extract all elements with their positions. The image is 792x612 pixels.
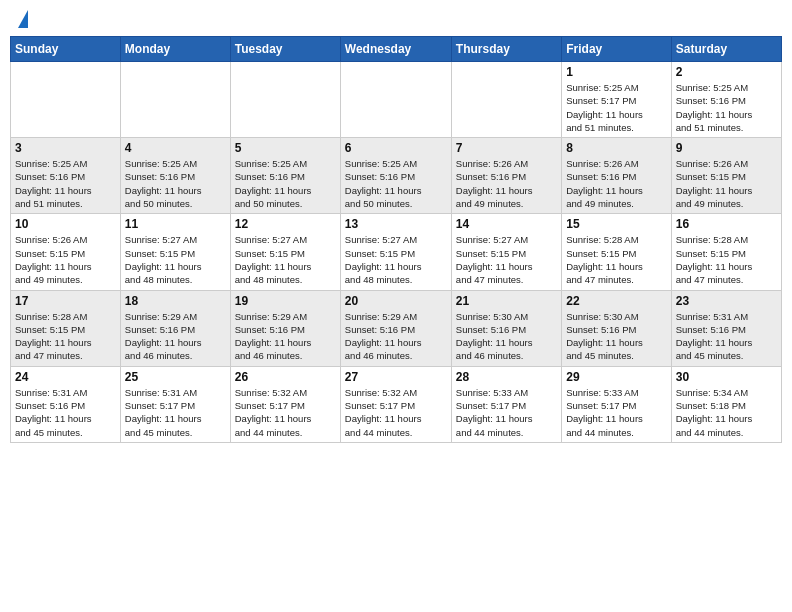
day-number: 21	[456, 294, 557, 308]
day-info: Sunrise: 5:31 AM Sunset: 5:17 PM Dayligh…	[125, 386, 226, 439]
calendar-header-tuesday: Tuesday	[230, 37, 340, 62]
day-number: 25	[125, 370, 226, 384]
day-number: 22	[566, 294, 666, 308]
day-info: Sunrise: 5:29 AM Sunset: 5:16 PM Dayligh…	[235, 310, 336, 363]
calendar-cell: 3Sunrise: 5:25 AM Sunset: 5:16 PM Daylig…	[11, 138, 121, 214]
day-info: Sunrise: 5:27 AM Sunset: 5:15 PM Dayligh…	[235, 233, 336, 286]
day-number: 1	[566, 65, 666, 79]
day-info: Sunrise: 5:30 AM Sunset: 5:16 PM Dayligh…	[566, 310, 666, 363]
calendar-cell: 14Sunrise: 5:27 AM Sunset: 5:15 PM Dayli…	[451, 214, 561, 290]
calendar-cell	[451, 62, 561, 138]
calendar-cell: 11Sunrise: 5:27 AM Sunset: 5:15 PM Dayli…	[120, 214, 230, 290]
day-number: 5	[235, 141, 336, 155]
day-info: Sunrise: 5:27 AM Sunset: 5:15 PM Dayligh…	[456, 233, 557, 286]
day-number: 29	[566, 370, 666, 384]
day-info: Sunrise: 5:32 AM Sunset: 5:17 PM Dayligh…	[345, 386, 447, 439]
day-info: Sunrise: 5:26 AM Sunset: 5:16 PM Dayligh…	[566, 157, 666, 210]
day-number: 7	[456, 141, 557, 155]
day-info: Sunrise: 5:29 AM Sunset: 5:16 PM Dayligh…	[345, 310, 447, 363]
calendar-cell: 24Sunrise: 5:31 AM Sunset: 5:16 PM Dayli…	[11, 366, 121, 442]
calendar-header-sunday: Sunday	[11, 37, 121, 62]
day-info: Sunrise: 5:29 AM Sunset: 5:16 PM Dayligh…	[125, 310, 226, 363]
day-number: 14	[456, 217, 557, 231]
day-number: 26	[235, 370, 336, 384]
day-number: 12	[235, 217, 336, 231]
day-info: Sunrise: 5:25 AM Sunset: 5:16 PM Dayligh…	[676, 81, 777, 134]
day-info: Sunrise: 5:25 AM Sunset: 5:16 PM Dayligh…	[15, 157, 116, 210]
calendar-cell: 10Sunrise: 5:26 AM Sunset: 5:15 PM Dayli…	[11, 214, 121, 290]
day-info: Sunrise: 5:34 AM Sunset: 5:18 PM Dayligh…	[676, 386, 777, 439]
calendar-cell: 4Sunrise: 5:25 AM Sunset: 5:16 PM Daylig…	[120, 138, 230, 214]
calendar-cell: 21Sunrise: 5:30 AM Sunset: 5:16 PM Dayli…	[451, 290, 561, 366]
calendar-cell: 19Sunrise: 5:29 AM Sunset: 5:16 PM Dayli…	[230, 290, 340, 366]
calendar-cell: 22Sunrise: 5:30 AM Sunset: 5:16 PM Dayli…	[562, 290, 671, 366]
calendar-cell: 29Sunrise: 5:33 AM Sunset: 5:17 PM Dayli…	[562, 366, 671, 442]
day-info: Sunrise: 5:33 AM Sunset: 5:17 PM Dayligh…	[566, 386, 666, 439]
calendar-cell: 1Sunrise: 5:25 AM Sunset: 5:17 PM Daylig…	[562, 62, 671, 138]
day-number: 3	[15, 141, 116, 155]
calendar-header-row: SundayMondayTuesdayWednesdayThursdayFrid…	[11, 37, 782, 62]
day-info: Sunrise: 5:26 AM Sunset: 5:16 PM Dayligh…	[456, 157, 557, 210]
day-info: Sunrise: 5:31 AM Sunset: 5:16 PM Dayligh…	[15, 386, 116, 439]
day-info: Sunrise: 5:25 AM Sunset: 5:16 PM Dayligh…	[125, 157, 226, 210]
day-info: Sunrise: 5:27 AM Sunset: 5:15 PM Dayligh…	[345, 233, 447, 286]
calendar-cell: 9Sunrise: 5:26 AM Sunset: 5:15 PM Daylig…	[671, 138, 781, 214]
calendar-cell: 6Sunrise: 5:25 AM Sunset: 5:16 PM Daylig…	[340, 138, 451, 214]
day-info: Sunrise: 5:31 AM Sunset: 5:16 PM Dayligh…	[676, 310, 777, 363]
calendar-header-friday: Friday	[562, 37, 671, 62]
calendar-cell	[230, 62, 340, 138]
calendar-cell: 23Sunrise: 5:31 AM Sunset: 5:16 PM Dayli…	[671, 290, 781, 366]
day-number: 30	[676, 370, 777, 384]
day-info: Sunrise: 5:26 AM Sunset: 5:15 PM Dayligh…	[15, 233, 116, 286]
calendar-cell: 7Sunrise: 5:26 AM Sunset: 5:16 PM Daylig…	[451, 138, 561, 214]
calendar-cell: 13Sunrise: 5:27 AM Sunset: 5:15 PM Dayli…	[340, 214, 451, 290]
logo-triangle-icon	[18, 10, 28, 28]
day-number: 4	[125, 141, 226, 155]
day-info: Sunrise: 5:30 AM Sunset: 5:16 PM Dayligh…	[456, 310, 557, 363]
day-number: 23	[676, 294, 777, 308]
day-number: 6	[345, 141, 447, 155]
calendar-cell: 30Sunrise: 5:34 AM Sunset: 5:18 PM Dayli…	[671, 366, 781, 442]
day-number: 13	[345, 217, 447, 231]
calendar-cell: 5Sunrise: 5:25 AM Sunset: 5:16 PM Daylig…	[230, 138, 340, 214]
calendar-cell: 16Sunrise: 5:28 AM Sunset: 5:15 PM Dayli…	[671, 214, 781, 290]
day-number: 16	[676, 217, 777, 231]
day-info: Sunrise: 5:27 AM Sunset: 5:15 PM Dayligh…	[125, 233, 226, 286]
calendar-header-thursday: Thursday	[451, 37, 561, 62]
logo	[14, 10, 28, 28]
day-number: 15	[566, 217, 666, 231]
day-info: Sunrise: 5:25 AM Sunset: 5:16 PM Dayligh…	[345, 157, 447, 210]
day-number: 10	[15, 217, 116, 231]
calendar-week-row: 24Sunrise: 5:31 AM Sunset: 5:16 PM Dayli…	[11, 366, 782, 442]
day-number: 19	[235, 294, 336, 308]
calendar-cell	[340, 62, 451, 138]
calendar-cell: 28Sunrise: 5:33 AM Sunset: 5:17 PM Dayli…	[451, 366, 561, 442]
day-number: 8	[566, 141, 666, 155]
day-info: Sunrise: 5:33 AM Sunset: 5:17 PM Dayligh…	[456, 386, 557, 439]
calendar-cell	[11, 62, 121, 138]
day-number: 24	[15, 370, 116, 384]
calendar-week-row: 1Sunrise: 5:25 AM Sunset: 5:17 PM Daylig…	[11, 62, 782, 138]
calendar-header-saturday: Saturday	[671, 37, 781, 62]
day-info: Sunrise: 5:32 AM Sunset: 5:17 PM Dayligh…	[235, 386, 336, 439]
calendar-cell: 17Sunrise: 5:28 AM Sunset: 5:15 PM Dayli…	[11, 290, 121, 366]
calendar-week-row: 3Sunrise: 5:25 AM Sunset: 5:16 PM Daylig…	[11, 138, 782, 214]
day-number: 27	[345, 370, 447, 384]
day-number: 28	[456, 370, 557, 384]
day-info: Sunrise: 5:25 AM Sunset: 5:17 PM Dayligh…	[566, 81, 666, 134]
day-info: Sunrise: 5:25 AM Sunset: 5:16 PM Dayligh…	[235, 157, 336, 210]
calendar-table: SundayMondayTuesdayWednesdayThursdayFrid…	[10, 36, 782, 443]
calendar-cell: 12Sunrise: 5:27 AM Sunset: 5:15 PM Dayli…	[230, 214, 340, 290]
calendar-cell: 25Sunrise: 5:31 AM Sunset: 5:17 PM Dayli…	[120, 366, 230, 442]
calendar-cell	[120, 62, 230, 138]
calendar-header-monday: Monday	[120, 37, 230, 62]
calendar-header-wednesday: Wednesday	[340, 37, 451, 62]
day-number: 18	[125, 294, 226, 308]
calendar-week-row: 17Sunrise: 5:28 AM Sunset: 5:15 PM Dayli…	[11, 290, 782, 366]
day-number: 11	[125, 217, 226, 231]
calendar-cell: 8Sunrise: 5:26 AM Sunset: 5:16 PM Daylig…	[562, 138, 671, 214]
day-info: Sunrise: 5:28 AM Sunset: 5:15 PM Dayligh…	[676, 233, 777, 286]
day-number: 9	[676, 141, 777, 155]
day-number: 2	[676, 65, 777, 79]
calendar-cell: 15Sunrise: 5:28 AM Sunset: 5:15 PM Dayli…	[562, 214, 671, 290]
